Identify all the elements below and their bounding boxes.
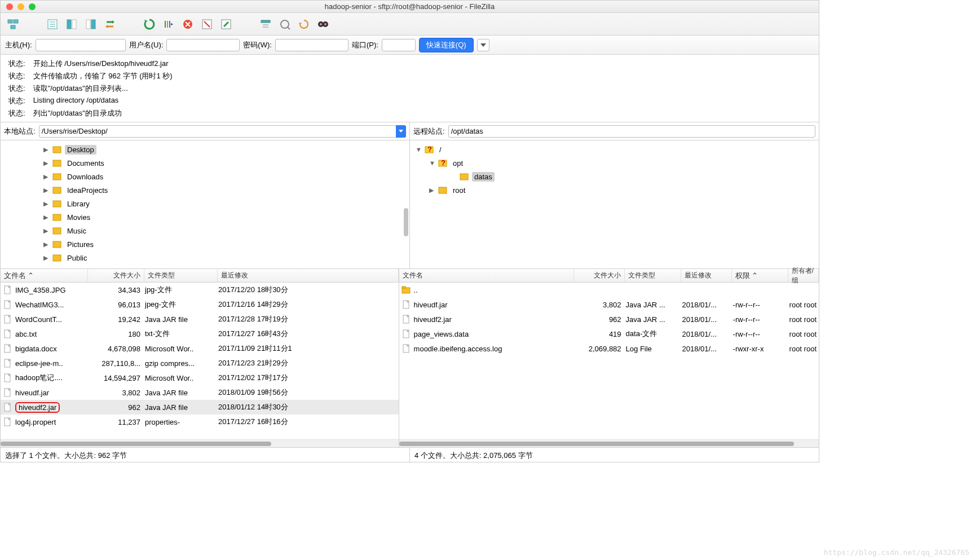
file-row[interactable]: hiveudf.jar 3,802 Java JAR file 2018/01/… [1, 385, 399, 400]
disconnect-button[interactable] [199, 16, 215, 32]
svg-rect-39 [460, 174, 468, 180]
file-row[interactable]: WordCountT... 19,242 Java JAR file 2017/… [1, 312, 399, 327]
tree-item-root-folder[interactable]: root [451, 186, 467, 195]
file-row[interactable]: log4j.propert 11,237 properties- 2017/12… [1, 415, 399, 429]
tree-item[interactable]: ▶Music [1, 224, 409, 237]
reconnect-button[interactable] [218, 16, 234, 32]
file-size: 96,013 [86, 301, 143, 309]
file-icon [2, 417, 13, 426]
toggle-queue-button[interactable] [102, 16, 118, 32]
scrollbar-thumb[interactable] [404, 208, 408, 236]
local-file-list[interactable]: IMG_4358.JPG 34,343 jpg-文件 2017/12/20 18… [1, 283, 399, 439]
file-icon [2, 359, 13, 368]
file-modified: 2018/01/09 19时56分 [216, 387, 399, 398]
file-size: 3,802 [86, 389, 143, 397]
col-size[interactable]: 文件大小 [574, 269, 625, 282]
log-message: 文件传输成功，传输了 962 字节 (用时1 秒) [30, 70, 176, 82]
col-modified[interactable]: 最近修改 [681, 269, 732, 282]
tree-item-datas[interactable]: datas [472, 172, 495, 182]
file-permissions: -rwxr-xr-x [731, 345, 787, 353]
file-name: moodle.ibeifeng.access.log [412, 345, 573, 353]
user-input[interactable] [166, 39, 240, 51]
tree-item[interactable]: ▶Desktop [1, 143, 409, 156]
remote-pane: 远程站点: ▼?/ ▼?opt datas ▶root [409, 122, 819, 268]
folder-label: Downloads [65, 172, 105, 182]
remote-path-input[interactable] [448, 125, 815, 138]
file-row[interactable]: bigdata.docx 4,678,098 Microsoft Wor.. 2… [1, 341, 399, 356]
file-row[interactable]: abc.txt 180 txt-文件 2017/12/27 16时43分 [1, 327, 399, 341]
quickconnect-button[interactable]: 快速连接(Q) [419, 38, 474, 52]
svg-rect-27 [53, 160, 61, 166]
file-row[interactable]: hadoop笔记.... 14,594,297 Microsoft Wor.. … [1, 371, 399, 385]
toggle-remote-tree-button[interactable] [83, 16, 99, 32]
toggle-local-tree-button[interactable] [64, 16, 80, 32]
col-type[interactable]: 文件类型 [625, 269, 681, 282]
quickconnect-history-dropdown[interactable] [477, 39, 489, 51]
tree-item[interactable]: ▶Downloads [1, 170, 409, 183]
file-icon [2, 373, 13, 382]
file-size: 4,678,098 [86, 345, 143, 353]
remote-file-list[interactable]: .. hiveudf.jar 3,802 Java JAR ... 2018/0… [399, 283, 819, 439]
file-row[interactable]: hiveudf2.jar 962 Java JAR ... 2018/01/..… [399, 312, 819, 327]
refresh-button[interactable] [142, 16, 157, 32]
file-owner: root root [787, 330, 819, 338]
file-row[interactable]: IMG_4358.JPG 34,343 jpg-文件 2017/12/20 18… [1, 283, 399, 297]
parent-dir-row[interactable]: .. [399, 283, 819, 297]
site-manager-button[interactable] [5, 16, 21, 32]
col-name[interactable]: 文件名 ⌃ [1, 269, 88, 282]
file-row[interactable]: WechatIMG3... 96,013 jpeg-文件 2017/12/16 … [1, 297, 399, 312]
log-label: 状态: [5, 108, 29, 119]
cancel-button[interactable] [180, 16, 196, 32]
file-modified: 2017/12/16 14时29分 [216, 299, 399, 310]
file-row[interactable]: hiveudf.jar 3,802 Java JAR ... 2018/01/.… [399, 297, 819, 312]
col-modified[interactable]: 最近修改 [218, 269, 399, 282]
remote-hscrollbar[interactable] [399, 439, 819, 447]
file-modified: 2017/12/27 16时16分 [216, 417, 399, 427]
file-modified: 2018/01/... [680, 345, 731, 353]
col-permissions[interactable]: 权限 ⌃ [732, 269, 788, 282]
tree-item-root[interactable]: / [437, 145, 444, 155]
file-row[interactable]: moodle.ibeifeng.access.log 2,069,882 Log… [399, 341, 819, 356]
col-size[interactable]: 文件大小 [88, 269, 144, 282]
local-hscrollbar[interactable] [1, 439, 399, 447]
remote-tree[interactable]: ▼?/ ▼?opt datas ▶root [410, 140, 819, 268]
port-input[interactable] [382, 39, 416, 51]
filter-button[interactable] [258, 16, 273, 32]
local-path-dropdown[interactable] [396, 125, 406, 138]
file-size: 14,594,297 [86, 374, 143, 382]
file-modified: 2018/01/... [680, 330, 731, 338]
search-button[interactable] [315, 16, 331, 32]
svg-rect-30 [53, 201, 61, 207]
tree-item[interactable]: ▶Movies [1, 210, 409, 224]
col-type[interactable]: 文件类型 [144, 269, 218, 282]
file-size: 19,242 [86, 315, 143, 324]
folder-label: Desktop [65, 145, 96, 155]
pass-input[interactable] [275, 39, 348, 51]
host-input[interactable] [36, 39, 126, 51]
process-queue-button[interactable] [161, 16, 177, 32]
file-icon [400, 300, 412, 309]
log-message: 开始上传 /Users/rise/Desktop/hiveudf2.jar [30, 58, 176, 69]
col-owner[interactable]: 所有者/组 [788, 269, 819, 282]
file-row[interactable]: eclipse-jee-m.. 287,110,8... gzip compre… [1, 356, 399, 371]
sync-browse-button[interactable] [296, 16, 312, 32]
message-log[interactable]: 状态:开始上传 /Users/rise/Desktop/hiveudf2.jar… [1, 55, 819, 122]
tree-item-opt[interactable]: opt [451, 158, 465, 168]
file-type: Java JAR ... [624, 315, 680, 324]
file-row[interactable]: hiveudf2.jar 962 Java JAR file 2018/01/1… [1, 400, 399, 415]
file-size: 3,802 [573, 301, 624, 309]
file-row[interactable]: page_views.data 419 data-文件 2018/01/... … [399, 327, 819, 341]
tree-item[interactable]: ▶IdeaProjects [1, 183, 409, 197]
col-name[interactable]: 文件名 [399, 269, 574, 282]
tree-item[interactable]: ▶Library [1, 197, 409, 210]
tree-item[interactable]: ▶Pictures [1, 237, 409, 251]
toggle-log-button[interactable] [45, 16, 60, 32]
tree-item[interactable]: ▶Public [1, 251, 409, 264]
dir-compare-button[interactable] [277, 16, 293, 32]
file-icon [2, 315, 13, 324]
file-name: hiveudf.jar [412, 301, 573, 309]
local-tree[interactable]: ▶Desktop▶Documents▶Downloads▶IdeaProject… [1, 140, 409, 268]
svg-rect-34 [53, 255, 61, 261]
local-path-input[interactable] [39, 125, 403, 138]
tree-item[interactable]: ▶Documents [1, 156, 409, 170]
